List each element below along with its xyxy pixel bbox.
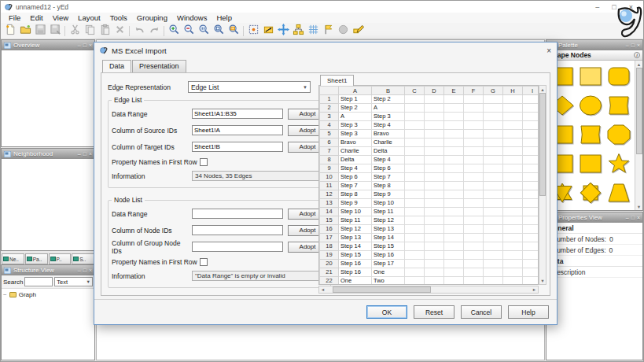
sheet-cell[interactable]: Step 16 bbox=[339, 260, 372, 268]
sheet-cell[interactable]: Step 2 bbox=[372, 95, 405, 104]
node-data-range-input[interactable] bbox=[192, 209, 283, 219]
row-header[interactable]: 21 bbox=[320, 268, 339, 277]
sheet-cell[interactable] bbox=[425, 216, 444, 225]
palette-shape-barrel[interactable] bbox=[579, 124, 602, 148]
sheet-cell[interactable]: Step 8 bbox=[372, 182, 405, 190]
sheet-cell[interactable] bbox=[425, 147, 444, 156]
sheet-cell[interactable] bbox=[444, 147, 464, 156]
sheet-cell[interactable] bbox=[425, 277, 444, 286]
sheet-cell[interactable] bbox=[523, 130, 539, 139]
sheet-cell[interactable] bbox=[464, 156, 484, 164]
zoom-area-button[interactable] bbox=[226, 24, 241, 38]
sheet-cell[interactable] bbox=[484, 225, 503, 234]
overview-panel-header[interactable]: Overview –□× bbox=[2, 40, 94, 50]
sheet-cell[interactable]: Step 15 bbox=[372, 242, 405, 251]
sheet-cell[interactable] bbox=[405, 121, 425, 130]
neighborhood-panel-header[interactable]: Neighborhood –□× bbox=[2, 149, 94, 159]
properties-panel-header[interactable]: Properties View –□× bbox=[546, 212, 642, 223]
sheet-cell[interactable] bbox=[503, 216, 523, 225]
palette-shape-round-rectangle[interactable] bbox=[607, 66, 631, 90]
sheet-cell[interactable] bbox=[444, 139, 464, 147]
tree-expander-icon[interactable]: − bbox=[3, 291, 7, 298]
navigate-button[interactable] bbox=[276, 24, 290, 38]
menu-edit[interactable]: Edit bbox=[25, 13, 47, 22]
sheet-cell[interactable] bbox=[425, 251, 444, 260]
sheet-cell[interactable] bbox=[484, 147, 503, 156]
sheet-cell[interactable] bbox=[484, 156, 503, 164]
sheet-cell[interactable] bbox=[523, 208, 539, 216]
column-header-A[interactable]: A bbox=[339, 87, 372, 95]
sheet-cell[interactable] bbox=[464, 260, 484, 268]
sheet-corner[interactable] bbox=[320, 87, 339, 95]
dock-tab-3[interactable]: S.. bbox=[72, 253, 94, 264]
row-header[interactable]: 14 bbox=[320, 208, 339, 216]
palette-scrollbar[interactable]: ▲ ▼ bbox=[635, 61, 642, 210]
sheet-cell[interactable]: Step 12 bbox=[372, 216, 405, 225]
sheet-cell[interactable]: Step 16 bbox=[372, 251, 405, 260]
save-as-button[interactable] bbox=[48, 24, 62, 38]
sheet-cell[interactable] bbox=[503, 242, 523, 251]
save-button[interactable] bbox=[33, 24, 47, 38]
cut-button[interactable] bbox=[68, 24, 82, 38]
panel-minimize-icon[interactable]: – bbox=[78, 42, 81, 48]
sheet-cell[interactable] bbox=[444, 156, 464, 164]
sheet-cell[interactable] bbox=[405, 182, 425, 190]
sheet-cell[interactable] bbox=[523, 260, 539, 268]
sheet-cell[interactable] bbox=[523, 121, 539, 130]
row-header[interactable]: 20 bbox=[320, 260, 339, 268]
overview-mode-button[interactable] bbox=[336, 24, 350, 38]
sheet-cell[interactable] bbox=[444, 268, 464, 277]
sheet-horizontal-scrollbar[interactable]: ◄ ► bbox=[318, 286, 539, 294]
sheet-cell[interactable]: A bbox=[372, 104, 405, 113]
column-header-I[interactable]: I bbox=[523, 87, 539, 95]
panel-close-icon[interactable]: × bbox=[637, 42, 640, 48]
menu-grouping[interactable]: Grouping bbox=[132, 13, 172, 22]
dialog-title-bar[interactable]: MS Excel Import × bbox=[94, 42, 557, 58]
sheet-cell[interactable] bbox=[464, 225, 484, 234]
row-header[interactable]: 12 bbox=[320, 190, 339, 199]
zoom-in-button[interactable] bbox=[167, 24, 181, 38]
menu-file[interactable]: File bbox=[4, 13, 25, 22]
sheet-cell[interactable] bbox=[405, 242, 425, 251]
sheet-cell[interactable] bbox=[523, 251, 539, 260]
sheet-cell[interactable] bbox=[484, 113, 503, 121]
sheet-cell[interactable] bbox=[444, 242, 464, 251]
sheet-cell[interactable]: Step 6 bbox=[339, 173, 372, 182]
source-ids-column-input[interactable] bbox=[192, 125, 283, 135]
row-header[interactable]: 9 bbox=[320, 164, 339, 173]
sheet-cell[interactable]: Step 9 bbox=[372, 190, 405, 199]
sheet-cell[interactable] bbox=[405, 251, 425, 260]
panel-float-icon[interactable]: □ bbox=[631, 42, 635, 48]
zoom-actual-button[interactable] bbox=[197, 24, 211, 38]
sheet-cell[interactable] bbox=[425, 95, 444, 104]
menu-windows[interactable]: Windows bbox=[172, 13, 212, 22]
sheet-cell[interactable] bbox=[464, 190, 484, 199]
panel-close-icon[interactable]: × bbox=[89, 151, 92, 157]
sheet-cell[interactable] bbox=[523, 113, 539, 121]
sheet-cell[interactable] bbox=[484, 104, 503, 113]
panel-minimize-icon[interactable]: – bbox=[626, 215, 629, 220]
sheet-cell[interactable] bbox=[444, 260, 464, 268]
sheet-cell[interactable] bbox=[405, 139, 425, 147]
sheet-cell[interactable]: One bbox=[372, 268, 405, 277]
sheet-cell[interactable]: Step 4 bbox=[372, 121, 405, 130]
sheet-cell[interactable] bbox=[444, 104, 464, 113]
fit-node-to-label-button[interactable] bbox=[261, 24, 275, 38]
delete-button[interactable] bbox=[112, 24, 127, 38]
palette-panel-header[interactable]: Palette –□× bbox=[546, 40, 642, 50]
scroll-up-icon[interactable]: ▲ bbox=[635, 61, 642, 68]
sheet-cell[interactable] bbox=[405, 95, 425, 104]
row-header[interactable]: 2 bbox=[320, 104, 339, 113]
tree-item-graph[interactable]: − Graph bbox=[3, 291, 93, 298]
sheet-cell[interactable] bbox=[503, 130, 523, 139]
row-header[interactable]: 10 bbox=[320, 173, 339, 182]
sheet-cell[interactable] bbox=[464, 121, 484, 130]
sheet-cell[interactable] bbox=[503, 147, 523, 156]
sheet-cell[interactable]: Step 6 bbox=[372, 164, 405, 173]
panel-float-icon[interactable]: □ bbox=[83, 151, 86, 157]
sheet-cell[interactable] bbox=[484, 95, 503, 104]
sheet-cell[interactable] bbox=[425, 113, 444, 121]
sheet-cell[interactable] bbox=[425, 121, 444, 130]
sheet-cell[interactable]: Step 8 bbox=[339, 190, 372, 199]
sheet-cell[interactable] bbox=[444, 225, 464, 234]
